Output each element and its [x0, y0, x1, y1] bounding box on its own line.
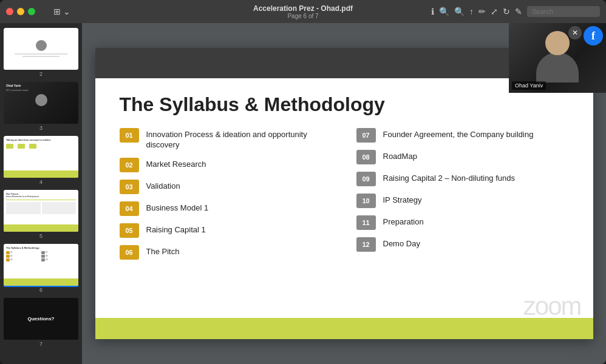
list-item: 02 Market Research	[120, 158, 332, 172]
item-text-10: IP Strategy	[383, 194, 422, 206]
zoom-in-icon[interactable]: 🔍	[454, 7, 465, 16]
slide-num-7: 7	[4, 341, 78, 347]
participant-name: Ohad Yaniv	[512, 81, 546, 90]
list-item: 05 Raising Capital 1	[120, 223, 332, 238]
list-item: 03 Validation	[120, 180, 332, 194]
list-item: 09 Raising Capital 2 – Non-diluting fund…	[356, 172, 569, 186]
fullscreen-button[interactable]	[28, 8, 35, 15]
slide-footer	[95, 318, 593, 339]
syllabus-left-col: 01 Innovation Process & ideation and opp…	[120, 128, 332, 312]
pen-icon[interactable]: ✏	[478, 7, 486, 16]
item-badge-06: 06	[120, 245, 139, 260]
list-item: 11 Preparation	[356, 215, 569, 230]
markup-icon[interactable]: ✎	[515, 7, 522, 16]
syllabus-right-col: 07 Founder Agreement, the Company buildi…	[356, 128, 569, 312]
item-text-12: Demo Day	[383, 237, 420, 249]
list-item: 07 Founder Agreement, the Company buildi…	[356, 128, 569, 143]
slide-num-3: 3	[4, 125, 78, 131]
person-head	[545, 31, 570, 55]
expand-icon[interactable]: ⤢	[491, 7, 498, 16]
thumb-4-title: Taking an idea from concept to market	[6, 138, 76, 141]
slides-sidebar: 2 Ohad Yaniv KIT's accelerator leader 3	[0, 23, 82, 364]
page-info: Page 6 of 7	[287, 13, 318, 19]
minimize-button[interactable]	[17, 8, 24, 15]
item-badge-02: 02	[120, 158, 139, 172]
item-text-09: Raising Capital 2 – Non-diluting funds	[383, 172, 516, 184]
video-overlay: Ohad Yaniv ✕ f	[509, 23, 606, 93]
pdf-viewer: The Syllabus & Methodology 01 Innovation…	[82, 23, 606, 364]
list-item: 01 Innovation Process & ideation and opp…	[120, 128, 332, 150]
thumb-6-title: The Syllabus & Methodology	[6, 246, 76, 249]
title-bar: ⊞ ⌄ Acceleration Prez - Ohad.pdf Page 6 …	[0, 0, 606, 23]
item-badge-07: 07	[356, 128, 376, 143]
slide-num-6: 6	[4, 287, 78, 293]
title-bar-icons: ⊞ ⌄	[53, 7, 70, 16]
slide-num-5: 5	[4, 233, 78, 239]
zoom-out-icon[interactable]: 🔍	[439, 7, 449, 16]
slide-num-2: 2	[4, 71, 78, 77]
item-text-02: Market Research	[146, 158, 206, 170]
item-badge-05: 05	[120, 223, 139, 238]
slide-thumbnail-5[interactable]: Our Focus from a Researcher to an Entrep…	[4, 190, 78, 240]
traffic-lights	[6, 8, 35, 15]
item-text-04: Business Model 1	[146, 201, 209, 214]
item-text-06: The Pitch	[146, 245, 180, 257]
rotate-icon[interactable]: ↻	[503, 7, 510, 16]
item-text-11: Preparation	[383, 215, 424, 228]
sidebar-toggle-icon[interactable]: ⊞	[53, 7, 61, 16]
item-text-05: Raising Capital 1	[146, 223, 206, 235]
item-text-01: Innovation Process & ideation and opport…	[146, 128, 332, 150]
list-item: 06 The Pitch	[120, 245, 332, 260]
list-item: 12 Demo Day	[356, 237, 569, 252]
slide-thumbnail-4[interactable]: Taking an idea from concept to market → …	[4, 136, 78, 186]
slide-thumbnail-6[interactable]: The Syllabus & Methodology 01 07 02 08 0…	[4, 244, 78, 294]
slide-thumbnail-7[interactable]: Questions? 7	[4, 298, 78, 348]
person-body	[536, 52, 579, 83]
item-badge-12: 12	[356, 237, 376, 252]
item-text-08: RoadMap	[383, 150, 417, 162]
item-badge-11: 11	[356, 215, 376, 230]
syllabus-grid: 01 Innovation Process & ideation and opp…	[120, 128, 569, 312]
item-text-03: Validation	[146, 180, 180, 192]
chevron-down-icon[interactable]: ⌄	[63, 7, 70, 16]
window-frame: ⊞ ⌄ Acceleration Prez - Ohad.pdf Page 6 …	[0, 0, 606, 364]
thumb-3-sub: KIT's accelerator leader	[6, 89, 76, 92]
list-item: 08 RoadMap	[356, 150, 569, 164]
share-icon[interactable]: ↑	[469, 7, 474, 16]
item-badge-03: 03	[120, 180, 139, 194]
item-badge-01: 01	[120, 128, 139, 143]
thumb-7-text: Questions?	[27, 316, 54, 322]
close-button[interactable]	[6, 8, 13, 15]
filename: Acceleration Prez - Ohad.pdf	[253, 4, 353, 13]
thumb-3-title: Ohad Yaniv	[6, 84, 76, 87]
item-badge-09: 09	[356, 172, 376, 186]
slide-body: The Syllabus & Methodology 01 Innovation…	[95, 78, 593, 318]
list-item: 10 IP Strategy	[356, 194, 569, 208]
slide-num-4: 4	[4, 179, 78, 185]
item-badge-10: 10	[356, 194, 376, 208]
slide-title: The Syllabus & Methodology	[120, 93, 569, 116]
search-input[interactable]	[527, 6, 600, 17]
title-bar-center: Acceleration Prez - Ohad.pdf Page 6 of 7	[253, 4, 353, 19]
main-area: 2 Ohad Yaniv KIT's accelerator leader 3	[0, 23, 606, 364]
info-icon[interactable]: ℹ	[431, 7, 434, 16]
video-close-button[interactable]: ✕	[568, 26, 582, 39]
item-text-07: Founder Agreement, the Company building	[383, 128, 534, 140]
item-badge-04: 04	[120, 201, 139, 216]
slide-thumbnail-3[interactable]: Ohad Yaniv KIT's accelerator leader 3	[4, 82, 78, 132]
item-badge-08: 08	[356, 150, 376, 164]
facebook-icon[interactable]: f	[584, 26, 603, 46]
slide-thumbnail-2[interactable]: 2	[4, 28, 78, 78]
list-item: 04 Business Model 1	[120, 201, 332, 216]
